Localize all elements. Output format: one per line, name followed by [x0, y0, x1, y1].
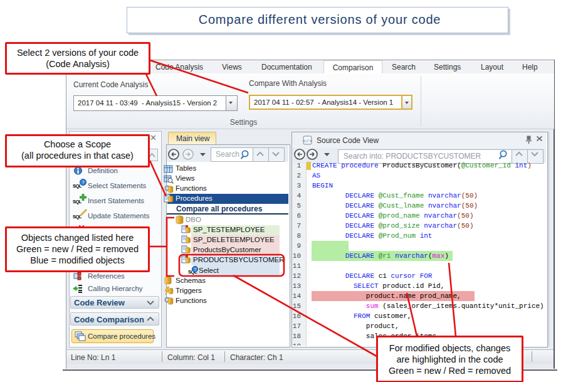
svg-text:?: ?	[81, 179, 85, 185]
